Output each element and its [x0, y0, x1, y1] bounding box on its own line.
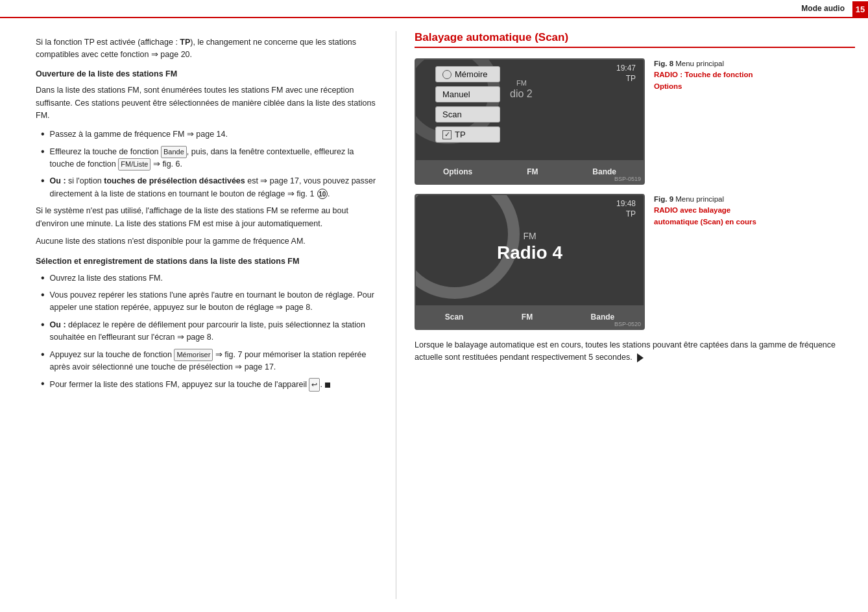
right-bottom-text: Lorsque le balayage automatique est en c…	[415, 339, 855, 364]
fig8-caption-sub: RADIO : Touche de fonction Options	[654, 71, 753, 89]
bullet-text: Vous pouvez repérer les stations l'une a…	[50, 289, 378, 314]
list-item: • Effleurez la touche de fonction Bande,…	[36, 146, 378, 171]
bullet-dot: •	[41, 379, 45, 389]
next-page-arrow	[637, 353, 644, 362]
menu-btn-tp[interactable]: ✓ TP	[435, 126, 500, 143]
header-title: Mode audio	[801, 4, 845, 13]
section1-body: Dans la liste des stations FM, sont énum…	[36, 84, 378, 122]
fig9-caption-sub: RADIO avec balayage automatique (Scan) e…	[654, 206, 756, 225]
bullet-dot: •	[41, 290, 45, 300]
bullet-dot: •	[41, 273, 45, 283]
screen-btn-options[interactable]: Options	[443, 167, 472, 176]
fig8-row: 19:47 TP FM dio 2 Mémoire Manuel	[415, 58, 855, 185]
list-item: • Pour fermer la liste des stations FM, …	[36, 378, 378, 392]
bullet-text: Passez à la gamme de fréquence FM ⇒ page…	[50, 128, 378, 141]
fig9-screen: 19:48 TP FM Radio 4 Scan FM Bande BSP-05…	[415, 194, 645, 330]
radio4-fm: FM	[416, 231, 644, 241]
bullet-dot: •	[41, 176, 45, 186]
fig8-screen: 19:47 TP FM dio 2 Mémoire Manuel	[415, 58, 645, 185]
list-item: • Vous pouvez repérer les stations l'une…	[36, 289, 378, 314]
screen-btn-fm9[interactable]: FM	[522, 312, 533, 322]
screen-dio: dio 2	[510, 88, 533, 100]
square-marker	[325, 383, 330, 388]
section2-title: Sélection et enregistrement de stations …	[36, 255, 378, 268]
section1-title: Ouverture de la liste des stations FM	[36, 68, 378, 80]
fig9-caption-title: Menu principal	[675, 195, 724, 203]
checkbox-icon: ✓	[442, 130, 452, 139]
screen-ref-fig8: BSP-0519	[614, 176, 641, 182]
return-icon: ↩	[309, 378, 320, 392]
intro-text: Si la fonction TP est activée (affichage…	[36, 36, 378, 62]
bullet-text: Ouvrez la liste des stations FM.	[50, 272, 378, 285]
bullet-text: Ou : si l'option touches de présélection…	[50, 175, 378, 200]
kbd-memoriser: Mémoriser	[174, 349, 213, 361]
screen-ref-fig9: BSP-0520	[614, 321, 641, 327]
fig9-label: Fig. 9	[654, 195, 673, 203]
list-item: • Ou : déplacez le repère de défilement …	[36, 319, 378, 344]
menu-btn-manuel[interactable]: Manuel	[435, 86, 500, 102]
screen-bottombar-fig8: Options FM Bande	[416, 160, 644, 183]
bullet-dot: •	[41, 147, 45, 157]
screen-fm-label: FM	[516, 79, 527, 87]
screen-tp-fig9: TP	[616, 209, 636, 220]
content-area: Si la fonction TP est activée (affichage…	[0, 18, 868, 612]
page-number: 15	[852, 1, 868, 17]
fig8-caption-title: Menu principal	[675, 60, 724, 67]
screen-btn-fm[interactable]: FM	[527, 167, 538, 176]
bullet-text: Effleurez la touche de fonction Bande, p…	[50, 146, 378, 171]
screen-topbar-fig8: 19:47 TP	[616, 64, 636, 84]
screen-bottombar-fig9: Scan FM Bande	[416, 305, 644, 329]
section1-note1: Si le système n'est pas utilisé, l'affic…	[36, 205, 378, 230]
fig9-caption: Fig. 9 Menu principal RADIO avec balayag…	[654, 194, 758, 228]
kbd-fmliste: FM/Liste	[118, 158, 151, 171]
right-section-title: Balayage automatique (Scan)	[415, 31, 855, 48]
bullet-dot: •	[41, 129, 45, 139]
bullet-dot: •	[41, 320, 45, 330]
left-column: Si la fonction TP est activée (affichage…	[0, 18, 396, 612]
screen-topbar-fig9: 19:48 TP	[616, 199, 636, 219]
menu-btn-scan[interactable]: Scan	[435, 106, 500, 123]
screen-tp: TP	[616, 74, 636, 84]
screen-btn-bande9[interactable]: Bande	[591, 312, 615, 322]
fig9-row: 19:48 TP FM Radio 4 Scan FM Bande BSP-05…	[415, 194, 855, 330]
section1-note2: Aucune liste des stations n'est disponib…	[36, 235, 378, 248]
circle-num-10: 10	[317, 189, 328, 199]
screen-btn-bande[interactable]: Bande	[592, 167, 616, 176]
bullet-text: Appuyez sur la touche de fonction Mémori…	[50, 349, 378, 374]
list-item: • Ouvrez la liste des stations FM.	[36, 272, 378, 285]
bullet-text: Ou : déplacez le repère de défilement po…	[50, 319, 378, 344]
screen-time: 19:47	[616, 64, 636, 74]
right-column: Balayage automatique (Scan) 19:47 TP FM …	[396, 18, 868, 612]
header-bar: Mode audio 15	[0, 0, 868, 18]
fig8-label: Fig. 8	[654, 60, 673, 67]
list-item: • Passez à la gamme de fréquence FM ⇒ pa…	[36, 128, 378, 141]
kbd-bande: Bande	[161, 146, 187, 158]
radio4-center: FM Radio 4	[416, 231, 644, 263]
bullet-dot: •	[41, 349, 45, 360]
menu-area-fig8: Mémoire Manuel Scan ✓ TP	[435, 66, 500, 143]
radio4-name: Radio 4	[416, 242, 644, 263]
bullet-text: Pour fermer la liste des stations FM, ap…	[50, 378, 378, 392]
screen-time-fig9: 19:48	[616, 199, 636, 209]
list-item: • Appuyez sur la touche de fonction Mémo…	[36, 349, 378, 374]
list-item: • Ou : si l'option touches de présélecti…	[36, 175, 378, 200]
circle-outline-icon	[442, 70, 452, 79]
fig8-caption: Fig. 8 Menu principal RADIO : Touche de …	[654, 58, 758, 92]
screen-btn-scan[interactable]: Scan	[445, 312, 464, 322]
menu-btn-memoire[interactable]: Mémoire	[435, 66, 500, 82]
